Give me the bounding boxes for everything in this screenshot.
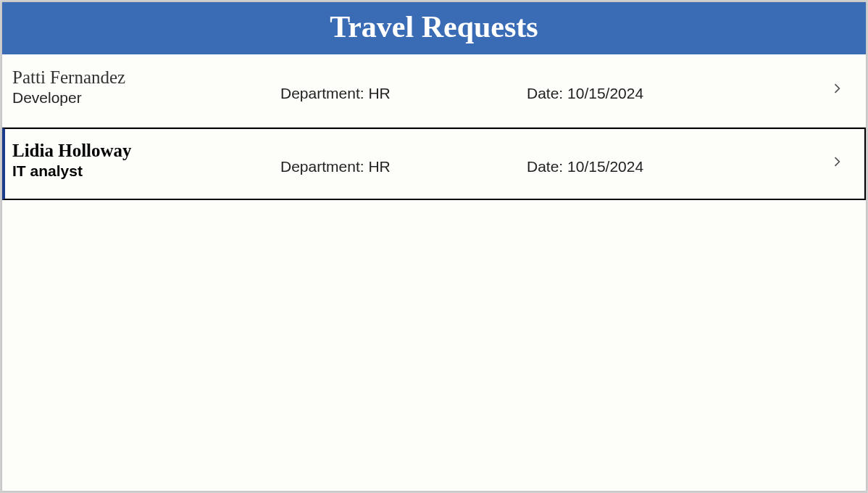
- request-row[interactable]: Patti Fernandez Developer Department: HR…: [2, 54, 866, 128]
- requests-list: Patti Fernandez Developer Department: HR…: [2, 54, 866, 491]
- department-value: HR: [368, 85, 390, 102]
- app-container: Travel Requests Patti Fernandez Develope…: [2, 2, 866, 491]
- date-column: Date: 10/15/2024: [527, 145, 819, 175]
- department-value: HR: [368, 158, 390, 175]
- department-column: Department: HR: [280, 72, 527, 102]
- date-column: Date: 10/15/2024: [527, 72, 819, 102]
- department-label: Department:: [280, 158, 368, 175]
- date-label: Date:: [527, 85, 567, 102]
- chevron-column: [819, 151, 856, 170]
- date-value: 10/15/2024: [567, 158, 643, 175]
- requester-name: Lidia Holloway: [12, 141, 273, 161]
- requester-role: IT analyst: [12, 162, 273, 180]
- department-column: Department: HR: [280, 145, 527, 175]
- chevron-right-icon: [832, 157, 843, 170]
- page-title: Travel Requests: [2, 2, 866, 54]
- requester-name: Patti Fernandez: [12, 67, 273, 88]
- request-row[interactable]: Lidia Holloway IT analyst Department: HR…: [2, 128, 866, 200]
- requester-role: Developer: [12, 89, 273, 107]
- date-label: Date:: [527, 158, 567, 175]
- department-label: Department:: [280, 85, 368, 102]
- name-column: Patti Fernandez Developer: [12, 67, 280, 107]
- date-value: 10/15/2024: [567, 85, 643, 102]
- name-column: Lidia Holloway IT analyst: [12, 141, 280, 180]
- chevron-column: [819, 78, 856, 96]
- chevron-right-icon: [832, 83, 843, 96]
